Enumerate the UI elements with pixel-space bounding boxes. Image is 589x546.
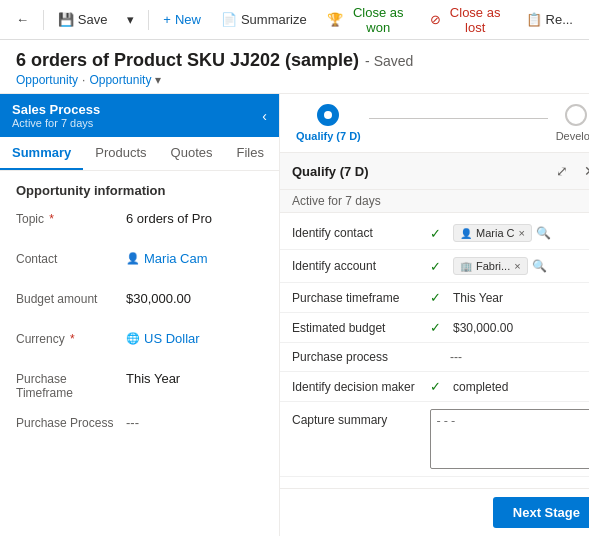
topic-value[interactable]: 6 orders of Pro — [126, 208, 263, 226]
form-row-currency: Currency * 🌐 US Dollar — [16, 328, 263, 356]
form-row-purchase-process: Purchase Process --- — [16, 412, 263, 440]
qualify-rows: Identify contact ✓ 👤 Maria C × 🔍 Identif… — [280, 213, 589, 488]
qualify-header-actions: ⤢ ✕ — [552, 161, 589, 181]
identify-contact-value: 👤 Maria C × 🔍 — [453, 224, 589, 242]
form-row-topic: Topic * 6 orders of Pro — [16, 208, 263, 236]
record-button[interactable]: 📋 Re... — [518, 8, 581, 31]
close-icon: ✕ — [584, 163, 589, 179]
qualify-row-capture-summary: Capture summary — [280, 402, 589, 477]
back-icon: ← — [16, 12, 29, 27]
close-lost-icon: ⊘ — [430, 12, 441, 27]
tab-files[interactable]: Files — [224, 137, 275, 170]
breadcrumb-chevron: ▾ — [155, 73, 161, 87]
identify-account-value: 🏢 Fabri... × 🔍 — [453, 257, 589, 275]
check-purchase-timeframe: ✓ — [430, 290, 441, 305]
toolbar-divider-1 — [43, 10, 44, 30]
qualify-panel: Qualify (7 D) Develop Qualify (7 D) ⤢ ✕ … — [280, 94, 589, 536]
saved-indicator: - Saved — [365, 53, 413, 69]
qualify-header: Qualify (7 D) ⤢ ✕ — [280, 153, 589, 190]
budget-value[interactable]: $30,000.00 — [126, 288, 263, 306]
breadcrumb-opportunity-2-link[interactable]: Opportunity — [89, 73, 151, 87]
qualify-row-estimated-budget: Estimated budget ✓ $30,000.00 — [280, 313, 589, 343]
tag-person-icon: 👤 — [460, 228, 472, 239]
tab-quotes[interactable]: Quotes — [159, 137, 225, 170]
qualify-row-purchase-timeframe: Purchase timeframe ✓ This Year ▾ — [280, 283, 589, 313]
save-dropdown-button[interactable]: ▾ — [119, 8, 142, 31]
stage-circle-qualify[interactable] — [317, 104, 339, 126]
sales-process-title: Sales Process — [12, 102, 100, 117]
sales-process-subtitle: Active for 7 days — [12, 117, 100, 129]
check-identify-contact: ✓ — [430, 226, 441, 241]
contact-lookup-icon[interactable]: 🔍 — [536, 226, 551, 240]
contact-label: Contact — [16, 248, 126, 266]
chevron-down-icon: ▾ — [127, 12, 134, 27]
stage-label-qualify: Qualify (7 D) — [296, 130, 361, 142]
purchase-timeframe-qualify-value[interactable]: This Year ▾ — [453, 291, 589, 305]
tab-summary[interactable]: Summary — [0, 137, 83, 170]
breadcrumb-separator: · — [82, 73, 85, 87]
form-content: Opportunity information Topic * 6 orders… — [0, 171, 279, 536]
next-stage-button[interactable]: Next Stage — [493, 497, 589, 528]
capture-summary-label: Capture summary — [292, 409, 422, 427]
currency-required: * — [70, 332, 75, 346]
record-icon: 📋 — [526, 12, 542, 27]
summarize-icon: 📄 — [221, 12, 237, 27]
sales-process-chevron-icon[interactable]: ‹ — [262, 108, 267, 124]
close-as-lost-button[interactable]: ⊘ Close as lost — [422, 1, 514, 39]
globe-icon: 🌐 — [126, 332, 140, 345]
contact-tag-remove[interactable]: × — [519, 227, 525, 239]
form-row-contact: Contact 👤 Maria Cam — [16, 248, 263, 276]
stage-qualify: Qualify (7 D) — [296, 104, 361, 142]
purchase-process-value[interactable]: --- — [126, 412, 263, 430]
check-decision-maker: ✓ — [430, 379, 441, 394]
tabs-bar: Summary Products Quotes Files — [0, 137, 279, 171]
expand-button[interactable]: ⤢ — [552, 161, 572, 181]
topic-label: Topic * — [16, 208, 126, 226]
stage-line — [369, 118, 548, 119]
section-title: Opportunity information — [16, 183, 263, 198]
estimated-budget-value[interactable]: $30,000.00 — [453, 321, 589, 335]
identify-contact-label: Identify contact — [292, 226, 422, 240]
tag-building-icon: 🏢 — [460, 261, 472, 272]
new-button[interactable]: + New — [155, 8, 209, 31]
save-button[interactable]: 💾 Save — [50, 8, 116, 31]
page-title: 6 orders of Product SKU JJ202 (sample) — [16, 50, 359, 71]
back-button[interactable]: ← — [8, 8, 37, 31]
person-icon: 👤 — [126, 252, 140, 265]
decision-maker-value[interactable]: completed ▾ — [453, 380, 589, 394]
qualify-row-purchase-process: Purchase process --- ▾ — [280, 343, 589, 372]
sales-process-bar[interactable]: Sales Process Active for 7 days ‹ — [0, 94, 279, 137]
breadcrumb-opportunity-link[interactable]: Opportunity — [16, 73, 78, 87]
currency-value[interactable]: 🌐 US Dollar — [126, 328, 263, 346]
purchase-process-qualify-value[interactable]: --- ▾ — [450, 350, 589, 364]
budget-label: Budget amount — [16, 288, 126, 306]
purchase-timeframe-qualify-label: Purchase timeframe — [292, 291, 422, 305]
page-header: 6 orders of Product SKU JJ202 (sample) -… — [0, 40, 589, 94]
purchase-timeframe-label: Purchase Timeframe — [16, 368, 126, 400]
save-icon: 💾 — [58, 12, 74, 27]
summarize-button[interactable]: 📄 Summarize — [213, 8, 315, 31]
stage-progress-bar: Qualify (7 D) Develop — [280, 94, 589, 153]
form-row-budget: Budget amount $30,000.00 — [16, 288, 263, 316]
contact-value[interactable]: 👤 Maria Cam — [126, 248, 263, 266]
qualify-panel-title: Qualify (7 D) — [292, 164, 369, 179]
plus-icon: + — [163, 12, 171, 27]
purchase-timeframe-value[interactable]: This Year — [126, 368, 263, 386]
check-identify-account: ✓ — [430, 259, 441, 274]
account-lookup-icon[interactable]: 🔍 — [532, 259, 547, 273]
contact-tag[interactable]: 👤 Maria C × — [453, 224, 532, 242]
stage-circle-develop[interactable] — [565, 104, 587, 126]
close-qualify-button[interactable]: ✕ — [580, 161, 589, 181]
toolbar: ← 💾 Save ▾ + New 📄 Summarize 🏆 Close as … — [0, 0, 589, 40]
check-estimated-budget: ✓ — [430, 320, 441, 335]
account-tag-remove[interactable]: × — [514, 260, 520, 272]
stage-develop: Develop — [556, 104, 589, 142]
qualify-footer: Next Stage — [280, 488, 589, 536]
account-tag[interactable]: 🏢 Fabri... × — [453, 257, 528, 275]
tab-products[interactable]: Products — [83, 137, 158, 170]
form-row-purchase-timeframe: Purchase Timeframe This Year — [16, 368, 263, 400]
close-as-won-button[interactable]: 🏆 Close as won — [319, 1, 418, 39]
expand-icon: ⤢ — [556, 163, 568, 179]
capture-summary-textarea[interactable] — [430, 409, 589, 469]
currency-label: Currency * — [16, 328, 126, 346]
